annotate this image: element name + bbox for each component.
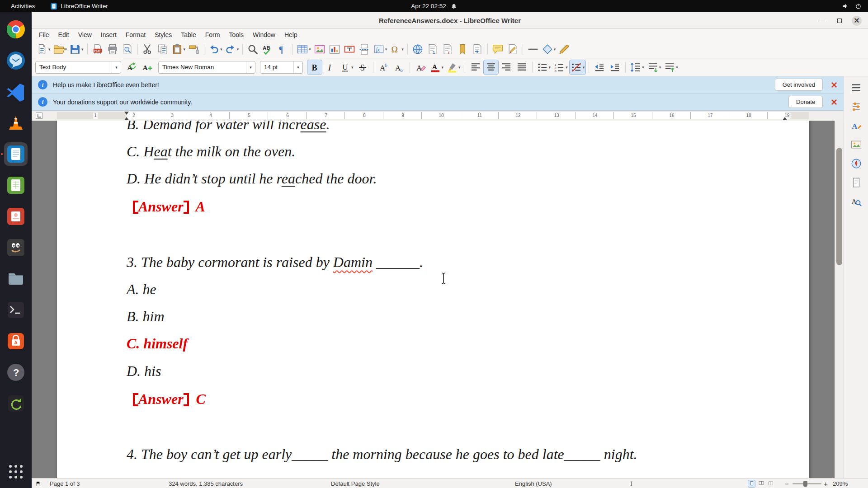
paste-button[interactable]: ▾ [170,42,187,56]
dropdown-arrow-icon[interactable]: ▾ [554,47,556,52]
copy-button[interactable] [156,42,170,56]
close-button[interactable]: ✕ [852,16,862,26]
menu-form[interactable]: Form [201,30,225,39]
sidebar-tab-sidebar-settings[interactable] [848,80,864,95]
chevron-down-icon[interactable]: ▾ [112,61,121,73]
doc-paragraph[interactable]: Answer C [133,390,206,408]
word-count-label[interactable]: 324 words, 1,385 characters [169,479,243,488]
doc-paragraph[interactable]: D. He didn’t stop until he reached the d… [127,169,377,188]
special-character-button[interactable]: Ω▾ [388,42,405,56]
dropdown-arrow-icon[interactable]: ▾ [458,65,461,70]
align-right-button[interactable] [499,60,514,75]
maximize-button[interactable] [835,16,844,26]
dropdown-arrow-icon[interactable]: ▾ [442,65,444,70]
export-pdf-button[interactable]: PDF [90,42,105,56]
dropdown-arrow-icon[interactable]: ▾ [48,47,51,52]
sidebar-tab-navigator[interactable] [848,156,864,171]
paragraph-style-combobox[interactable]: Text Body ▾ [35,61,121,74]
dock-item-thunderbird[interactable] [4,49,28,72]
align-center-button[interactable] [484,60,498,75]
sidebar-tab-style-inspector[interactable]: A [848,194,864,209]
dock-item-help[interactable]: ? [4,361,28,384]
doc-paragraph[interactable]: 3. The baby cormorant is raised by Damin… [127,253,423,271]
activities-button[interactable]: Activities [7,2,38,10]
page-count-label[interactable]: Page 1 of 3 [50,479,80,488]
cut-button[interactable] [141,42,155,56]
bold-button[interactable]: B [307,60,322,75]
increase-indent-button[interactable] [608,60,622,75]
dock-item-terminal[interactable] [4,298,28,322]
dropdown-arrow-icon[interactable]: ▾ [237,47,239,52]
zoom-out-button[interactable]: − [785,479,789,488]
align-justify-button[interactable] [514,60,529,75]
horizontal-line-button[interactable] [526,42,540,56]
font-color-button[interactable]: A▾ [429,60,445,75]
get-involved-button[interactable]: Get involved [775,79,823,91]
left-indent-marker[interactable] [124,117,129,120]
page-break-button[interactable] [357,42,372,56]
new-style-button[interactable]: A [140,60,155,75]
single-page-view-button[interactable] [748,480,755,487]
system-tray[interactable] [842,3,862,9]
horizontal-ruler[interactable]: 12345678910111213141516171819 [32,111,844,121]
update-style-button[interactable]: A [125,60,139,75]
zoom-slider-thumb[interactable] [803,481,807,487]
close-infobar-icon[interactable]: × [831,80,837,90]
dock-item-files[interactable] [4,267,28,291]
dropdown-arrow-icon[interactable]: ▾ [385,47,387,52]
zoom-in-button[interactable]: + [824,479,828,488]
align-left-button[interactable] [468,60,483,75]
sidebar-tab-styles[interactable]: A [848,118,864,133]
dock-item-chrome[interactable] [4,18,28,41]
insert-hyperlink-button[interactable] [410,42,425,56]
find-replace-button[interactable] [245,42,260,56]
dropdown-arrow-icon[interactable]: ▾ [676,65,678,70]
dropdown-arrow-icon[interactable]: ▾ [659,65,661,70]
dropdown-arrow-icon[interactable]: ▾ [81,47,84,52]
dock-item-ubuntu-software[interactable]: A [4,329,28,353]
open-file-button[interactable]: ▾ [52,42,68,56]
language-label[interactable]: English (USA) [515,479,552,488]
menu-view[interactable]: View [74,30,96,39]
menu-tools[interactable]: Tools [224,30,248,39]
underline-button[interactable]: U▾ [338,60,354,75]
formatting-marks-button[interactable]: ¶ [275,42,290,56]
print-button[interactable] [105,42,120,56]
donate-button[interactable]: Donate [788,96,823,108]
document-canvas[interactable]: B. Demand for water will increase.C. Hea… [32,121,835,478]
chevron-down-icon[interactable]: ▾ [293,61,302,73]
line-spacing-button[interactable]: ▾ [629,60,645,75]
insert-chart-button[interactable] [327,42,342,56]
dropdown-arrow-icon[interactable]: ▾ [583,65,585,70]
show-applications-button[interactable] [4,460,28,483]
dropdown-arrow-icon[interactable]: ▾ [566,65,568,70]
dock-item-libreoffice-impress[interactable] [4,205,28,228]
italic-button[interactable]: I [323,60,337,75]
menu-edit[interactable]: Edit [54,30,74,39]
menu-help[interactable]: Help [280,30,302,39]
doc-paragraph[interactable]: 4. The boy can’t get up early_____ the m… [127,445,637,463]
insert-field-button[interactable]: fx▾ [372,42,388,56]
doc-paragraph[interactable]: B. him [127,307,165,325]
cross-reference-button[interactable] [470,42,485,56]
tab-stop-selector[interactable] [36,113,42,119]
decrease-paragraph-spacing-button[interactable]: ▾ [663,60,679,75]
insert-bookmark-button[interactable] [455,42,470,56]
track-changes-button[interactable] [505,42,520,56]
close-infobar-icon[interactable]: × [831,97,837,108]
scrollbar-thumb[interactable] [836,148,842,265]
menu-file[interactable]: File [34,30,54,39]
dock-item-vscode[interactable] [4,80,28,103]
minimize-button[interactable]: ─ [817,16,827,26]
strikethrough-button[interactable]: S [355,60,370,75]
right-indent-marker[interactable] [783,117,787,120]
font-size-combobox[interactable]: 14 pt ▾ [260,61,303,74]
dock-item-libreoffice-calc[interactable] [4,174,28,197]
redo-button[interactable]: ▾ [224,42,240,56]
dropdown-arrow-icon[interactable]: ▾ [549,65,551,70]
doc-paragraph[interactable]: B. Demand for water will increase. [127,121,330,133]
menu-table[interactable]: Table [176,30,200,39]
freeform-line-button[interactable] [557,42,571,56]
menu-styles[interactable]: Styles [150,30,176,39]
focused-app-menu[interactable]: LibreOffice Writer [50,3,108,10]
